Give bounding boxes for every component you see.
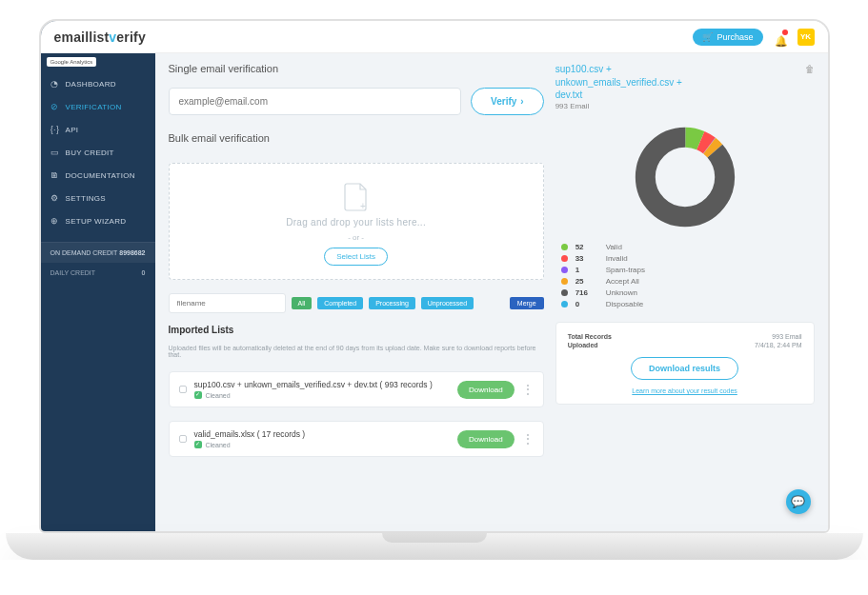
main-content: Single email verification Verify› Bulk e… — [155, 21, 828, 531]
dashboard-icon: ◔ — [50, 79, 60, 89]
sidebar-item-dashboard[interactable]: ◔DASHBOARD — [41, 72, 155, 95]
summary-line: sup100.csv + — [555, 63, 815, 76]
list-checkbox[interactable] — [179, 435, 187, 443]
brand-logo: emaillistverify — [54, 30, 146, 45]
sidebar: Google Analytics ◔DASHBOARD ⊘VERIFICATIO… — [41, 21, 155, 531]
legend-label: Accept All — [606, 277, 639, 286]
filter-unprocessed[interactable]: Unprocessed — [421, 297, 474, 309]
sidebar-item-label: API — [66, 126, 79, 134]
legend-label: Spam-traps — [606, 266, 645, 274]
legend-count: 33 — [575, 254, 598, 263]
sidebar-item-setup-wizard[interactable]: ⊕SETUP WIZARD — [41, 209, 155, 232]
filter-completed[interactable]: Completed — [317, 297, 363, 309]
credit-on-demand: ON DEMAND CREDIT8998682 — [41, 243, 155, 263]
legend-label: Valid — [606, 243, 622, 251]
learn-more-link[interactable]: Learn more about your result codes — [632, 387, 737, 394]
legend-dot — [561, 278, 568, 285]
legend-row: 33Invalid — [561, 254, 809, 263]
sidebar-item-api[interactable]: {·}API — [41, 118, 155, 141]
credit-label: DAILY CREDIT — [50, 269, 96, 276]
verification-icon: ⊘ — [50, 102, 60, 111]
trash-icon[interactable]: 🗑 — [805, 63, 815, 76]
download-results-button[interactable]: Download results — [631, 357, 738, 380]
sidebar-item-verification[interactable]: ⊘VERIFICATION — [41, 95, 155, 118]
imported-lists-sub: Uploaded files will be automatically del… — [169, 345, 544, 358]
verify-button[interactable]: Verify› — [471, 88, 544, 115]
purchase-button[interactable]: 🛒 Purchase — [693, 29, 762, 46]
filter-all[interactable]: All — [292, 297, 313, 309]
sidebar-item-label: SETTINGS — [66, 194, 106, 203]
legend-dot — [561, 255, 568, 262]
total-records-label: Total Records — [568, 333, 612, 340]
credit-block: ON DEMAND CREDIT8998682 DAILY CREDIT0 — [41, 242, 155, 283]
dropzone[interactable]: + Drag and drop your lists here... - or … — [169, 163, 544, 280]
legend-count: 1 — [575, 266, 598, 274]
notification-dot — [782, 30, 788, 35]
svg-point-7 — [665, 157, 705, 197]
dropzone-text: Drag and drop your lists here... — [286, 217, 426, 228]
filter-processing[interactable]: Processing — [369, 297, 415, 309]
cart-icon: 🛒 — [702, 32, 713, 42]
status-check-icon — [194, 441, 202, 448]
merge-button[interactable]: Merge — [510, 297, 544, 309]
list-name: valid_emails.xlsx ( 17 records ) — [194, 429, 451, 439]
sidebar-item-settings[interactable]: ⚙SETTINGS — [41, 187, 155, 209]
credit-value: 8998682 — [119, 249, 145, 256]
api-icon: {·} — [50, 125, 60, 134]
legend-row: 716Unknown — [561, 288, 809, 297]
sidebar-item-label: DOCUMENTATION — [66, 171, 135, 180]
left-column: Single email verification Verify› Bulk e… — [169, 63, 544, 522]
brand-pre: emaillist — [54, 30, 110, 45]
list-item: sup100.csv + unkown_emails_verified.csv … — [169, 371, 544, 407]
sidebar-item-buy-credit[interactable]: ▭BUY CREDIT — [41, 141, 155, 164]
sidebar-item-label: VERIFICATION — [66, 103, 122, 111]
sidebar-item-label: DASHBOARD — [66, 80, 116, 89]
legend-row: 1Spam-traps — [561, 266, 809, 274]
summary-line: dev.txt — [555, 89, 815, 102]
imported-lists-title: Imported Lists — [169, 325, 544, 335]
single-email-input[interactable] — [169, 88, 462, 115]
chat-icon: 💬 — [791, 495, 805, 508]
list-status: Cleaned — [206, 442, 231, 448]
legend-row: 0Disposable — [561, 300, 809, 308]
list-name: sup100.csv + unkown_emails_verified.csv … — [194, 380, 451, 389]
top-bar: emaillistverify 🛒 Purchase YK — [41, 21, 828, 53]
legend-row: 25Accept All — [561, 277, 809, 286]
filename-filter-input[interactable] — [169, 293, 286, 313]
file-upload-icon: + — [344, 183, 369, 211]
legend-row: 52Valid — [561, 243, 809, 251]
single-verification-title: Single email verification — [169, 63, 544, 74]
credit-icon: ▭ — [50, 148, 60, 157]
avatar[interactable]: YK — [797, 29, 815, 46]
kebab-icon[interactable]: ⋮ — [522, 387, 534, 392]
select-lists-button[interactable]: Select Lists — [324, 248, 388, 266]
legend-count: 0 — [575, 300, 598, 308]
kebab-icon[interactable]: ⋮ — [522, 436, 534, 442]
dropzone-or: - or - — [348, 233, 364, 242]
status-check-icon — [194, 391, 202, 399]
legend-dot — [561, 301, 568, 307]
credit-daily: DAILY CREDIT0 — [41, 263, 155, 283]
sidebar-item-label: SETUP WIZARD — [66, 217, 127, 226]
notifications-icon[interactable] — [775, 31, 786, 43]
svg-text:+: + — [360, 201, 366, 211]
legend-count: 25 — [575, 277, 598, 286]
download-button[interactable]: Download — [457, 430, 515, 448]
gear-icon: ⚙ — [50, 193, 60, 203]
wizard-icon: ⊕ — [50, 216, 60, 226]
brand-post: erify — [116, 30, 146, 45]
list-checkbox[interactable] — [179, 386, 187, 393]
summary-count: 993 Email — [555, 102, 815, 112]
google-analytics-tag: Google Analytics — [47, 57, 97, 67]
bulk-verification-title: Bulk email verification — [169, 132, 544, 144]
download-button[interactable]: Download — [457, 381, 515, 399]
results-panel: Total RecordsUploaded 993 Email7/4/18, 2… — [555, 322, 815, 405]
help-fab[interactable]: 💬 — [786, 489, 811, 514]
verify-label: Verify — [491, 96, 516, 107]
legend-dot — [561, 244, 568, 250]
file-summary: 🗑 sup100.csv + unkown_emails_verified.cs… — [555, 63, 815, 111]
right-column: 🗑 sup100.csv + unkown_emails_verified.cs… — [555, 63, 815, 522]
sidebar-item-documentation[interactable]: 🗎DOCUMENTATION — [41, 164, 155, 187]
legend-label: Invalid — [606, 254, 628, 263]
legend-count: 52 — [575, 243, 598, 251]
